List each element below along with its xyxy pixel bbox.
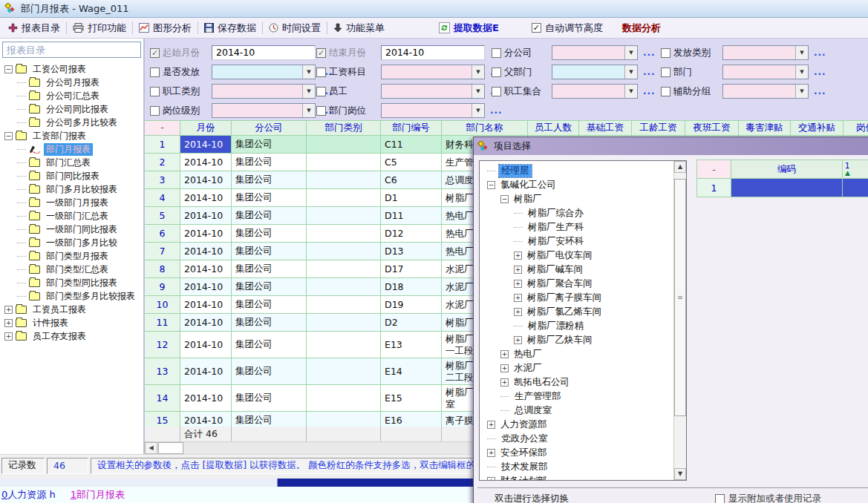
report-tree-item[interactable]: 一级部门同比报表 <box>1 223 142 236</box>
expand-icon[interactable]: + <box>4 319 13 327</box>
table-cell[interactable]: D11 <box>381 207 442 225</box>
chevron-down-icon[interactable]: ▼ <box>471 104 484 117</box>
report-tree-item[interactable]: +工资员工报表 <box>1 303 142 316</box>
collapse-icon[interactable]: − <box>500 195 509 203</box>
row-number[interactable]: 9 <box>145 278 180 296</box>
table-cell[interactable]: 集团公司 <box>232 332 307 358</box>
filter-checkbox[interactable] <box>316 106 326 116</box>
table-cell[interactable]: 2014-10 <box>180 314 232 332</box>
table-cell[interactable]: C6 <box>381 171 442 189</box>
column-header[interactable]: 员工人数 <box>528 121 579 136</box>
project-tree-item[interactable]: +树脂厂氯乙烯车间 <box>480 305 673 319</box>
expand-icon[interactable]: + <box>514 336 522 344</box>
project-tree-item[interactable]: +树脂厂碱车间 <box>480 263 673 277</box>
filter-checkbox[interactable] <box>492 68 501 77</box>
project-tree-item[interactable]: +树脂厂乙炔车间 <box>480 333 673 347</box>
report-tree-item[interactable]: 部门类型汇总表 <box>1 263 142 276</box>
column-header[interactable]: 部门名称 <box>442 121 528 136</box>
filter-dropdown[interactable]: ▼ <box>212 84 316 99</box>
show-record-checkbox[interactable]: 显示附加或者使用记录 <box>715 493 821 503</box>
grid-sort-header[interactable]: 1 ▲ <box>843 160 868 179</box>
report-tree-item[interactable]: +计件报表 <box>1 316 142 329</box>
table-cell[interactable]: D17 <box>381 260 442 278</box>
row-number[interactable]: 7 <box>145 243 180 260</box>
filter-dropdown[interactable]: ▼ <box>552 84 638 99</box>
grid-corner-header[interactable]: - <box>696 160 731 179</box>
table-cell[interactable]: 集团公司 <box>232 225 307 243</box>
table-cell[interactable]: 集团公司 <box>232 154 307 171</box>
column-header[interactable]: 部门类别 <box>307 121 381 136</box>
report-tree-item[interactable]: 部门类型同比报表 <box>1 276 142 289</box>
expand-icon[interactable]: + <box>514 266 522 274</box>
filter-dropdown[interactable]: ▼ <box>552 65 638 79</box>
dialog-tree-scrollbar[interactable]: ▲ ≡ ▼ <box>673 161 686 480</box>
chevron-down-icon[interactable]: ▼ <box>471 65 484 79</box>
project-tree-item[interactable]: 树脂厂漂粉精 <box>480 319 673 333</box>
filter-dropdown[interactable]: ▼ <box>381 103 485 118</box>
expand-icon[interactable]: + <box>514 280 522 288</box>
filter-checkbox[interactable] <box>492 48 501 58</box>
table-cell[interactable]: E14 <box>381 358 442 385</box>
table-cell[interactable]: 2014-10 <box>180 412 232 427</box>
project-tree-item[interactable]: +凯拓电石公司 <box>480 375 673 389</box>
filter-checkbox[interactable] <box>150 48 160 58</box>
more-options-button[interactable]: ... <box>490 105 503 116</box>
filter-dropdown[interactable]: ▼ <box>212 103 316 118</box>
row-number[interactable]: 6 <box>145 225 180 243</box>
table-cell[interactable]: 2014-10 <box>180 189 232 207</box>
table-cell[interactable]: 2014-10 <box>180 207 232 225</box>
filter-checkbox[interactable] <box>661 48 670 58</box>
report-tree-item[interactable]: 一级部门汇总表 <box>1 209 142 223</box>
expand-icon[interactable]: + <box>487 449 495 457</box>
chevron-down-icon[interactable]: ▼ <box>795 65 808 79</box>
report-tree-item[interactable]: 部门同比报表 <box>1 169 142 183</box>
project-tree-item[interactable]: 生产管理部 <box>480 389 673 404</box>
data-analysis-button[interactable]: 数据分析 <box>622 22 661 35</box>
row-number[interactable]: 10 <box>145 296 180 314</box>
filter-checkbox[interactable] <box>150 87 160 96</box>
expand-icon[interactable]: + <box>514 294 522 302</box>
row-number[interactable]: 13 <box>145 358 180 385</box>
project-tree-item[interactable]: 总调度室 <box>480 404 673 418</box>
table-cell[interactable]: 集团公司 <box>232 171 307 189</box>
expand-icon[interactable]: + <box>500 364 509 372</box>
report-tree-item[interactable]: 分公司汇总表 <box>1 89 142 102</box>
filter-checkbox[interactable] <box>661 68 670 77</box>
project-tree-item[interactable]: +热电厂 <box>480 347 673 361</box>
project-tree-item[interactable]: 技术发展部 <box>480 460 673 474</box>
table-cell[interactable]: C11 <box>381 136 442 154</box>
column-header[interactable]: 岗位 <box>843 121 868 136</box>
table-cell[interactable] <box>307 332 381 358</box>
filter-dropdown[interactable]: ▼ <box>212 65 316 79</box>
report-tree-item[interactable]: 部门多月比较报表 <box>1 183 142 196</box>
table-cell[interactable] <box>307 412 381 427</box>
filter-checkbox[interactable] <box>316 48 326 58</box>
chevron-down-icon[interactable]: ▼ <box>302 65 315 79</box>
table-cell[interactable]: 2014-10 <box>180 358 232 385</box>
report-tree-item[interactable]: 分公司同比报表 <box>1 102 142 116</box>
chevron-down-icon[interactable]: ▼ <box>471 85 484 98</box>
table-cell[interactable] <box>307 225 381 243</box>
table-cell[interactable]: 集团公司 <box>232 207 307 225</box>
report-tree-item[interactable]: 一级部门月报表 <box>1 196 142 209</box>
row-number[interactable]: 14 <box>145 385 180 412</box>
filter-checkbox[interactable] <box>316 68 326 77</box>
table-cell[interactable]: E15 <box>381 385 442 412</box>
row-number[interactable]: 2 <box>145 154 180 171</box>
report-tree-item[interactable]: 部门类型月报表 <box>1 249 142 263</box>
table-cell[interactable]: D12 <box>381 225 442 243</box>
extract-data-button[interactable]: 提取数据E <box>439 22 499 35</box>
report-tree-item[interactable]: −工资公司报表 <box>1 62 142 76</box>
report-tree-item[interactable]: +员工存支报表 <box>1 329 142 343</box>
grid-cell-selected[interactable] <box>731 179 843 197</box>
report-tree-item[interactable]: 部门类型多月比较报表 <box>1 289 142 303</box>
table-cell[interactable]: 集团公司 <box>232 189 307 207</box>
filter-checkbox[interactable] <box>150 106 160 116</box>
table-cell[interactable] <box>307 278 381 296</box>
expand-icon[interactable]: + <box>487 477 495 480</box>
scroll-left-icon[interactable]: ◀ <box>145 442 157 454</box>
row-number[interactable]: 12 <box>145 332 180 358</box>
more-options-button[interactable]: ... <box>814 47 826 58</box>
filter-dropdown[interactable]: ▼ <box>381 65 485 79</box>
table-cell[interactable]: E13 <box>381 332 442 358</box>
